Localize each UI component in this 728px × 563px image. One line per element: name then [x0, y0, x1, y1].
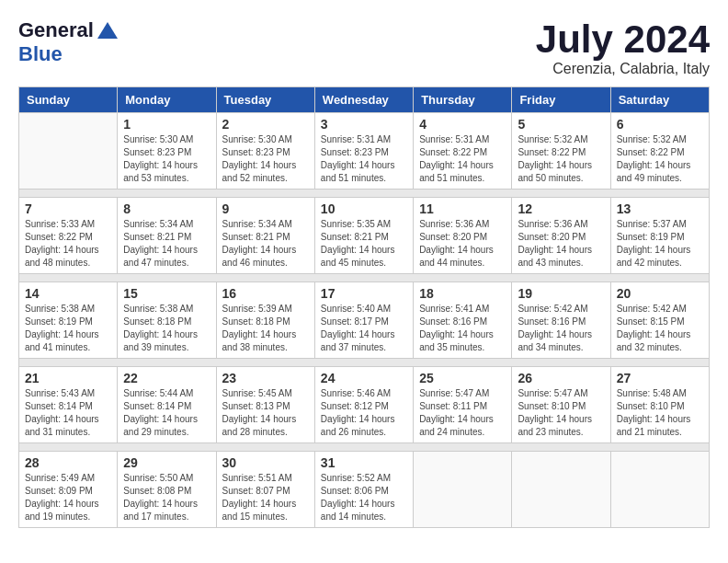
day-number: 8	[123, 201, 210, 216]
day-number: 7	[25, 201, 111, 216]
day-detail: Sunrise: 5:41 AM Sunset: 8:16 PM Dayligh…	[419, 303, 506, 354]
day-number: 18	[419, 286, 506, 301]
calendar-cell: 21Sunrise: 5:43 AM Sunset: 8:14 PM Dayli…	[19, 367, 118, 443]
week-row-3: 14Sunrise: 5:38 AM Sunset: 8:19 PM Dayli…	[19, 282, 710, 359]
day-number: 10	[321, 201, 407, 216]
day-detail: Sunrise: 5:36 AM Sunset: 8:20 PM Dayligh…	[518, 218, 604, 270]
day-detail: Sunrise: 5:33 AM Sunset: 8:22 PM Dayligh…	[25, 218, 111, 270]
day-detail: Sunrise: 5:40 AM Sunset: 8:17 PM Dayligh…	[321, 303, 407, 354]
day-number: 12	[518, 201, 604, 216]
day-detail: Sunrise: 5:51 AM Sunset: 8:07 PM Dayligh…	[222, 472, 309, 523]
calendar-cell: 16Sunrise: 5:39 AM Sunset: 8:18 PM Dayli…	[216, 282, 314, 359]
row-separator	[19, 443, 710, 452]
calendar-cell: 11Sunrise: 5:36 AM Sunset: 8:20 PM Dayli…	[414, 198, 512, 274]
day-number: 30	[222, 455, 309, 470]
day-detail: Sunrise: 5:36 AM Sunset: 8:20 PM Dayligh…	[419, 218, 506, 270]
day-detail: Sunrise: 5:37 AM Sunset: 8:19 PM Dayligh…	[617, 218, 703, 270]
day-detail: Sunrise: 5:35 AM Sunset: 8:21 PM Dayligh…	[321, 218, 407, 270]
calendar-cell: 1Sunrise: 5:30 AM Sunset: 8:23 PM Daylig…	[118, 113, 216, 190]
calendar-cell: 13Sunrise: 5:37 AM Sunset: 8:19 PM Dayli…	[610, 198, 709, 274]
day-detail: Sunrise: 5:52 AM Sunset: 8:06 PM Dayligh…	[321, 472, 407, 523]
day-number: 31	[321, 455, 407, 470]
day-number: 13	[617, 201, 703, 216]
day-detail: Sunrise: 5:32 AM Sunset: 8:22 PM Dayligh…	[617, 133, 703, 185]
month-title: July 2024	[536, 18, 710, 61]
calendar-cell: 24Sunrise: 5:46 AM Sunset: 8:12 PM Dayli…	[314, 367, 413, 443]
day-number: 3	[321, 117, 407, 132]
day-detail: Sunrise: 5:47 AM Sunset: 8:10 PM Dayligh…	[518, 387, 604, 439]
weekday-header-thursday: Thursday	[414, 87, 512, 113]
day-number: 21	[25, 371, 111, 385]
day-number: 17	[321, 286, 407, 301]
calendar-cell: 19Sunrise: 5:42 AM Sunset: 8:16 PM Dayli…	[512, 282, 610, 359]
row-separator	[19, 190, 710, 198]
day-detail: Sunrise: 5:42 AM Sunset: 8:16 PM Dayligh…	[518, 303, 604, 354]
day-number: 26	[518, 371, 604, 385]
day-number: 14	[25, 286, 111, 301]
day-detail: Sunrise: 5:46 AM Sunset: 8:12 PM Dayligh…	[321, 387, 407, 439]
calendar-cell: 3Sunrise: 5:31 AM Sunset: 8:23 PM Daylig…	[314, 113, 413, 190]
day-detail: Sunrise: 5:48 AM Sunset: 8:10 PM Dayligh…	[617, 387, 703, 439]
calendar-cell: 4Sunrise: 5:31 AM Sunset: 8:22 PM Daylig…	[414, 113, 512, 190]
calendar-cell: 30Sunrise: 5:51 AM Sunset: 8:07 PM Dayli…	[216, 452, 314, 528]
day-number: 25	[419, 371, 506, 385]
day-number: 23	[222, 371, 309, 385]
day-number: 27	[617, 371, 703, 385]
calendar-table: SundayMondayTuesdayWednesdayThursdayFrid…	[18, 86, 710, 528]
day-detail: Sunrise: 5:47 AM Sunset: 8:11 PM Dayligh…	[419, 387, 506, 439]
calendar-cell: 29Sunrise: 5:50 AM Sunset: 8:08 PM Dayli…	[118, 452, 216, 528]
calendar-cell: 10Sunrise: 5:35 AM Sunset: 8:21 PM Dayli…	[314, 198, 413, 274]
day-number: 15	[123, 286, 210, 301]
header: General Blue July 2024 Cerenzia, Calabri…	[18, 18, 710, 77]
day-number: 2	[222, 117, 309, 132]
day-detail: Sunrise: 5:31 AM Sunset: 8:22 PM Dayligh…	[419, 133, 506, 185]
day-number: 20	[617, 286, 703, 301]
day-detail: Sunrise: 5:34 AM Sunset: 8:21 PM Dayligh…	[123, 218, 210, 270]
calendar-cell: 6Sunrise: 5:32 AM Sunset: 8:22 PM Daylig…	[610, 113, 709, 190]
day-detail: Sunrise: 5:39 AM Sunset: 8:18 PM Dayligh…	[222, 303, 309, 354]
day-detail: Sunrise: 5:45 AM Sunset: 8:13 PM Dayligh…	[222, 387, 309, 439]
calendar-cell	[19, 113, 118, 190]
day-detail: Sunrise: 5:38 AM Sunset: 8:19 PM Dayligh…	[25, 303, 111, 354]
weekday-header-monday: Monday	[118, 87, 216, 113]
week-row-1: 1Sunrise: 5:30 AM Sunset: 8:23 PM Daylig…	[19, 113, 710, 190]
day-detail: Sunrise: 5:43 AM Sunset: 8:14 PM Dayligh…	[25, 387, 111, 439]
day-number: 4	[419, 117, 506, 132]
row-separator	[19, 274, 710, 282]
calendar-cell: 2Sunrise: 5:30 AM Sunset: 8:23 PM Daylig…	[216, 113, 314, 190]
day-number: 16	[222, 286, 309, 301]
calendar-cell	[512, 452, 610, 528]
day-number: 22	[123, 371, 210, 385]
calendar-cell: 18Sunrise: 5:41 AM Sunset: 8:16 PM Dayli…	[414, 282, 512, 359]
calendar-cell: 15Sunrise: 5:38 AM Sunset: 8:18 PM Dayli…	[118, 282, 216, 359]
logo-general-text: General	[18, 18, 94, 42]
weekday-header-sunday: Sunday	[19, 87, 118, 113]
day-number: 11	[419, 201, 506, 216]
day-number: 29	[123, 455, 210, 470]
day-detail: Sunrise: 5:31 AM Sunset: 8:23 PM Dayligh…	[321, 133, 407, 185]
row-separator	[19, 359, 710, 367]
calendar-cell: 7Sunrise: 5:33 AM Sunset: 8:22 PM Daylig…	[19, 198, 118, 274]
calendar-cell: 27Sunrise: 5:48 AM Sunset: 8:10 PM Dayli…	[610, 367, 709, 443]
day-number: 5	[518, 117, 604, 132]
week-row-2: 7Sunrise: 5:33 AM Sunset: 8:22 PM Daylig…	[19, 198, 710, 274]
day-number: 1	[123, 117, 210, 132]
calendar-cell: 5Sunrise: 5:32 AM Sunset: 8:22 PM Daylig…	[512, 113, 610, 190]
calendar-cell: 26Sunrise: 5:47 AM Sunset: 8:10 PM Dayli…	[512, 367, 610, 443]
calendar-cell: 23Sunrise: 5:45 AM Sunset: 8:13 PM Dayli…	[216, 367, 314, 443]
logo-blue-text: Blue	[18, 42, 63, 65]
day-number: 9	[222, 201, 309, 216]
day-number: 28	[25, 455, 111, 470]
calendar-cell: 17Sunrise: 5:40 AM Sunset: 8:17 PM Dayli…	[314, 282, 413, 359]
calendar-cell	[414, 452, 512, 528]
day-detail: Sunrise: 5:34 AM Sunset: 8:21 PM Dayligh…	[222, 218, 309, 270]
day-number: 6	[617, 117, 703, 132]
day-detail: Sunrise: 5:38 AM Sunset: 8:18 PM Dayligh…	[123, 303, 210, 354]
calendar-cell: 8Sunrise: 5:34 AM Sunset: 8:21 PM Daylig…	[118, 198, 216, 274]
weekday-header-wednesday: Wednesday	[314, 87, 413, 113]
day-detail: Sunrise: 5:44 AM Sunset: 8:14 PM Dayligh…	[123, 387, 210, 439]
calendar-cell: 25Sunrise: 5:47 AM Sunset: 8:11 PM Dayli…	[414, 367, 512, 443]
calendar-cell	[610, 452, 709, 528]
weekday-header-saturday: Saturday	[610, 87, 709, 113]
calendar-cell: 14Sunrise: 5:38 AM Sunset: 8:19 PM Dayli…	[19, 282, 118, 359]
